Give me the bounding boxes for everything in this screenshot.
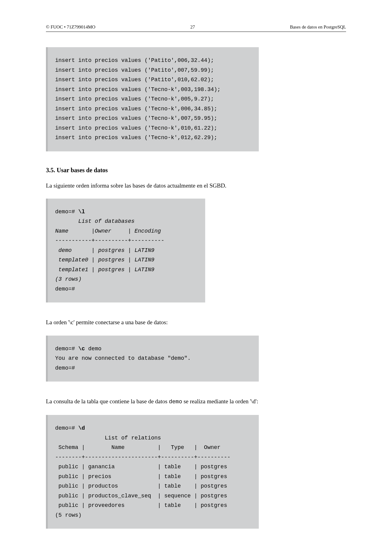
output-line: Schema | Name | Type | Owner bbox=[55, 444, 221, 450]
paragraph: La consulta de la tabla que contiene la … bbox=[46, 397, 259, 406]
prompt: demo=# bbox=[55, 365, 75, 371]
section-number: 3.5. bbox=[46, 167, 55, 173]
output-line: List of relations bbox=[55, 435, 161, 441]
section-heading: 3.5. Usar bases de datos bbox=[46, 167, 346, 174]
output-line: --------+----------------------+--------… bbox=[55, 454, 231, 460]
output-line: template0 | postgres | LATIN9 bbox=[55, 257, 154, 263]
output-line: List of databases bbox=[55, 218, 134, 224]
code-line: insert into precios values ('Tecno-k',00… bbox=[55, 86, 221, 93]
paragraph: La siguiente orden informa sobre las bas… bbox=[46, 181, 259, 190]
prompt: demo=# bbox=[55, 425, 78, 431]
code-line: insert into precios values ('Tecno-k',01… bbox=[55, 125, 217, 131]
output-line: public | productos_clave_seq | sequence … bbox=[55, 493, 227, 499]
code-line: insert into precios values ('Tecno-k',00… bbox=[55, 106, 217, 112]
code-line: insert into precios values ('Tecno-k',00… bbox=[55, 115, 217, 121]
code-block-list-relations: demo=# \d List of relations Schema | Nam… bbox=[46, 415, 259, 529]
para-text-a: La consulta de la tabla que contiene la … bbox=[46, 398, 169, 405]
prompt: demo=# bbox=[55, 286, 75, 292]
page-number: 27 bbox=[190, 25, 195, 30]
code-line: insert into precios values ('Tecno-k',00… bbox=[55, 96, 214, 102]
code-line: insert into precios values ('Patito',007… bbox=[55, 67, 214, 73]
output-line: template1 | postgres | LATIN9 bbox=[55, 267, 154, 273]
command: \c bbox=[78, 346, 85, 352]
prompt: demo=# bbox=[55, 346, 78, 352]
section-title-text: Usar bases de datos bbox=[57, 167, 108, 173]
output-line: public | ganancia | table | postgres bbox=[55, 464, 227, 470]
para-text-b: se realiza mediante la orden '\d': bbox=[182, 398, 258, 405]
code-block-list-db: demo=# \l List of databases Name |Owner … bbox=[46, 199, 205, 303]
code-line: insert into precios values ('Patito',010… bbox=[55, 77, 214, 83]
page-header: © FUOC • 71Z799014MO 27 Bases de datos e… bbox=[46, 25, 346, 32]
output-line: public | precios | table | postgres bbox=[55, 473, 227, 480]
code-line: insert into precios values ('Patito',006… bbox=[55, 57, 214, 63]
command: \d bbox=[78, 425, 85, 431]
output-line: demo | postgres | LATIN9 bbox=[55, 247, 154, 253]
output-line: (5 rows) bbox=[55, 512, 81, 518]
command-arg: demo bbox=[85, 346, 101, 352]
command: \l bbox=[78, 209, 85, 215]
code-line: insert into precios values ('Tecno-k',01… bbox=[55, 135, 217, 141]
output-line: public | proveedores | table | postgres bbox=[55, 502, 227, 508]
output-line: -----------+----------+---------- bbox=[55, 238, 164, 244]
prompt: demo=# bbox=[55, 209, 78, 215]
paragraph: La orden '\c' permite conectarse a una b… bbox=[46, 318, 259, 327]
output-line: You are now connected to database "demo"… bbox=[55, 355, 191, 361]
code-block-connect: demo=# \c demo You are now connected to … bbox=[46, 336, 259, 382]
output-line: (3 rows) bbox=[55, 276, 81, 282]
header-left: © FUOC • 71Z799014MO bbox=[46, 25, 95, 30]
output-line: public | productos | table | postgres bbox=[55, 483, 227, 489]
inline-code: demo bbox=[169, 399, 182, 405]
code-block-inserts: insert into precios values ('Patito',006… bbox=[46, 47, 259, 151]
header-right: Bases de datos en PostgreSQL bbox=[290, 25, 346, 30]
output-line: Name |Owner | Encoding bbox=[55, 228, 161, 234]
